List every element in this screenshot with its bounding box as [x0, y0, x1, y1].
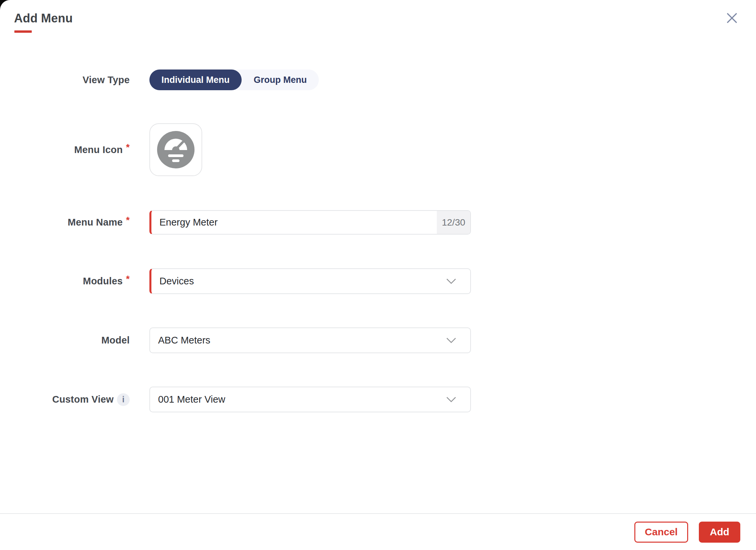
page-title: Add Menu	[14, 11, 73, 25]
character-counter: 12/30	[437, 211, 470, 234]
required-asterisk: *	[126, 142, 130, 153]
energy-meter-gauge-icon	[157, 131, 195, 168]
menu-icon-row: Menu Icon *	[0, 123, 756, 176]
model-row: Model ABC Meters	[0, 327, 756, 353]
chevron-down-icon	[446, 278, 457, 285]
model-label: Model	[101, 335, 130, 346]
close-button[interactable]	[724, 10, 740, 26]
model-selected-value: ABC Meters	[150, 335, 210, 346]
custom-view-select[interactable]: 001 Meter View	[149, 387, 471, 412]
menu-name-field: 12/30	[149, 210, 471, 235]
chevron-down-icon	[446, 337, 457, 344]
required-asterisk: *	[126, 274, 130, 284]
view-type-row: View Type Individual Menu Group Menu	[0, 70, 756, 90]
close-icon	[725, 11, 739, 25]
dialog-footer: Cancel Add	[0, 513, 756, 550]
modules-label: Modules	[83, 276, 123, 287]
menu-icon-picker[interactable]	[149, 123, 202, 176]
menu-name-input[interactable]	[151, 211, 429, 234]
modules-selected-value: Devices	[151, 276, 194, 287]
add-button[interactable]: Add	[699, 522, 740, 543]
segment-group-menu[interactable]: Group Menu	[242, 70, 319, 90]
model-select[interactable]: ABC Meters	[149, 327, 471, 353]
menu-icon-label: Menu Icon	[74, 144, 123, 155]
custom-view-label: Custom View	[52, 394, 114, 405]
menu-name-label: Menu Name	[68, 217, 123, 228]
required-asterisk: *	[126, 215, 130, 226]
info-icon[interactable]: i	[117, 393, 130, 406]
custom-view-selected-value: 001 Meter View	[150, 394, 225, 405]
modules-select[interactable]: Devices	[149, 268, 471, 294]
modules-row: Modules * Devices	[0, 268, 756, 294]
view-type-segmented-control: Individual Menu Group Menu	[149, 70, 319, 90]
add-menu-dialog: Add Menu View Type Individual Menu Group…	[0, 0, 756, 550]
cancel-button[interactable]: Cancel	[634, 522, 688, 543]
segment-individual-menu[interactable]: Individual Menu	[149, 70, 242, 90]
menu-name-row: Menu Name * 12/30	[0, 210, 756, 235]
chevron-down-icon	[446, 396, 457, 403]
view-type-label: View Type	[83, 75, 130, 86]
title-underline	[14, 30, 32, 33]
custom-view-row: Custom View i 001 Meter View	[0, 387, 756, 412]
